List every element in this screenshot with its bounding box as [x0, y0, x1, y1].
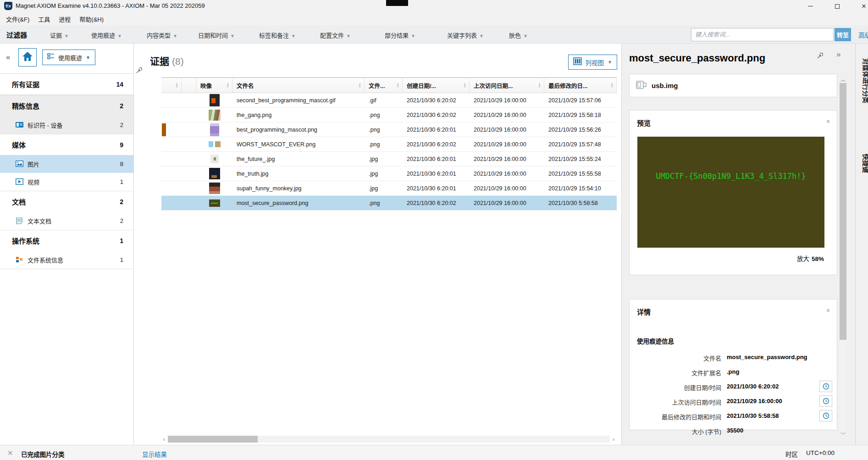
advanced-search-link[interactable]: 高级 [858, 30, 868, 39]
column-header-accessed[interactable]: 上次访问日期...⋮ [470, 78, 544, 93]
pin-icon[interactable] [136, 67, 143, 74]
horizontal-scrollbar[interactable]: ‹ › [161, 435, 616, 443]
sidebar-item-refined-results[interactable]: 精炼信息 2 [0, 95, 133, 116]
column-header-created[interactable]: 创建日期/...⋮ [403, 78, 470, 93]
file-thumbnail [209, 168, 220, 179]
source-card[interactable]: usb.img [629, 74, 837, 97]
scrollbar-thumb[interactable] [168, 436, 258, 443]
column-menu-icon[interactable]: ⋮ [395, 83, 400, 89]
side-tab-shortcuts[interactable]: 快捷键 [862, 154, 868, 173]
filter-partial-results[interactable]: 部分结果▼ [385, 31, 415, 39]
menu-file[interactable]: 文件(&F) [6, 13, 34, 25]
scroll-up-icon[interactable]: ︿ [839, 76, 847, 82]
overlay-fragment [386, 0, 408, 6]
column-header-marker[interactable] [182, 78, 196, 93]
filter-keyword-lists[interactable]: 关键字列表▼ [447, 31, 484, 39]
timezone-clock-button[interactable] [819, 410, 832, 421]
sidebar-item-media[interactable]: 媒体 9 [0, 134, 133, 155]
file-thumbnail [209, 141, 221, 147]
menu-help[interactable]: 帮助(&H) [79, 13, 109, 25]
column-menu-icon[interactable]: ⋮ [609, 83, 614, 89]
collapse-section-icon[interactable]: « [825, 120, 832, 123]
table-row[interactable]: the_truth.jpg .jpg 2021/10/30 6:20:01 20… [161, 166, 617, 181]
sidebar-item-documents[interactable]: 文档 2 [0, 191, 133, 212]
column-header-extension[interactable]: 文件...⋮ [365, 78, 403, 93]
preview-heading: 预览 [637, 118, 651, 127]
sidebar-item-operating-system[interactable]: 操作系统 1 [0, 230, 133, 251]
sidebar-item-identifiers-devices[interactable]: 标识符 - 设备 2 [0, 116, 133, 134]
sidebar-item-file-system-info[interactable]: 文件系统信息 1 [0, 251, 133, 269]
filter-tags-comments[interactable]: 标签和备注▼ [259, 31, 296, 39]
home-button[interactable] [18, 48, 37, 67]
column-header-filename[interactable]: 文件名⋮ [232, 78, 365, 93]
details-heading: 详情 [637, 307, 651, 316]
filter-skin-tone[interactable]: 肤色▼ [509, 31, 528, 39]
file-thumbnail [209, 110, 221, 121]
filter-date-time[interactable]: 日期和时间▼ [198, 31, 235, 39]
chevron-down-icon: ▼ [64, 33, 69, 39]
search-input[interactable] [691, 28, 834, 41]
count-badge: 2 [120, 198, 123, 205]
scroll-down-icon[interactable]: ﹀ [839, 432, 847, 438]
menu-process[interactable]: 进程 [59, 13, 76, 25]
column-view-button[interactable]: 列视图 ▼ [568, 55, 617, 70]
detail-field-modified: 最后修改的日期和时间 2021/10/30 5:58:58 [630, 412, 837, 422]
table-row[interactable]: the_gang.png .png 2021/10/30 6:20:02 202… [161, 108, 617, 122]
column-header-modified[interactable]: 最后修改的日...⋮ [544, 78, 617, 93]
details-card: 详情 « 使用痕迹信息 文件名 most_secure_password.png… [629, 299, 837, 430]
filter-content-type[interactable]: 内容类型▼ [147, 31, 177, 39]
artifact-sidebar: « 使用痕迹 ▼ 所有证据 1 [0, 44, 134, 445]
status-message: 已完成图片分类 [21, 449, 65, 459]
file-thumbnail [210, 123, 219, 136]
sidebar-item-pictures[interactable]: 图片 8 [0, 155, 133, 173]
close-button[interactable]: ✕ [854, 0, 868, 12]
table-row[interactable]: best_programming_mascot.png .png 2021/10… [161, 122, 617, 137]
column-header-image[interactable]: 映像⋮ [196, 78, 232, 93]
column-header-menu[interactable]: ⋮ [161, 78, 182, 93]
sidebar-item-text-documents[interactable]: 文本文档 2 [0, 212, 133, 230]
chevron-down-icon: ▼ [117, 33, 122, 39]
preview-card: 预览 « UMDCTF-{Sn00p1N9_L1K3_4_Sl317h!} 放大… [629, 110, 837, 275]
detail-field-created: 创建日期/时间 2021/10/30 6:20:02 [630, 383, 837, 393]
table-row[interactable]: second_best_programming_mascot.gif .gif … [161, 93, 617, 108]
table-row[interactable]: the_future_.jpg .jpg 2021/10/30 6:20:01 … [161, 152, 617, 166]
sidebar-item-all-evidence[interactable]: 所有证据 14 [0, 74, 133, 94]
scroll-right-icon[interactable]: › [611, 435, 616, 443]
preview-image[interactable]: UMDCTF-{Sn00p1N9_L1K3_4_Sl317h!} [637, 137, 824, 248]
column-menu-icon[interactable]: ⋮ [174, 83, 179, 89]
filter-profiles[interactable]: 配置文件▼ [320, 31, 351, 39]
vertical-scrollbar[interactable]: ︿ ﹀ [839, 76, 847, 438]
timezone-clock-button[interactable] [819, 381, 832, 392]
dismiss-status-icon[interactable]: ✕ [7, 449, 13, 457]
sidebar-collapse-icon[interactable]: « [6, 53, 10, 62]
chevron-down-icon: ▼ [291, 33, 296, 39]
view-switcher-dropdown[interactable]: 使用痕迹 ▼ [42, 50, 95, 65]
chevron-down-icon: ▼ [479, 33, 484, 39]
search-go-button[interactable]: 转至 [835, 28, 851, 41]
filter-bar-title: 过滤器 [6, 30, 27, 39]
expand-panel-icon[interactable]: » [836, 50, 840, 59]
filter-artifacts[interactable]: 使用痕迹▼ [91, 31, 122, 39]
chevron-down-icon: ▼ [173, 33, 177, 39]
scroll-left-icon[interactable]: ‹ [161, 435, 167, 443]
table-row[interactable]: WORST_MASCOT_EVER.png .png 2021/10/30 6:… [161, 137, 617, 152]
scrollbar-thumb[interactable] [840, 83, 846, 340]
maximize-button[interactable] [827, 0, 847, 12]
sidebar-item-videos[interactable]: 视频 1 [0, 173, 133, 191]
sidebar-toolbar: « 使用痕迹 ▼ [0, 44, 133, 74]
menu-tools[interactable]: 工具 [38, 13, 55, 25]
filter-evidence[interactable]: 证据▼ [50, 31, 69, 39]
minimize-button[interactable] [800, 0, 820, 12]
column-menu-icon[interactable]: ⋮ [357, 83, 362, 89]
column-menu-icon[interactable]: ⋮ [462, 83, 467, 89]
table-row-selected[interactable]: most_secure_password.png .png 2021/10/30… [161, 196, 617, 211]
timezone-clock-button[interactable] [819, 395, 832, 407]
count-badge: 2 [120, 217, 123, 224]
show-results-link[interactable]: 显示结果 [142, 449, 167, 459]
pin-icon[interactable] [817, 52, 824, 59]
table-row[interactable]: supah_funny_monkey.jpg .jpg 2021/10/30 6… [161, 181, 617, 196]
column-menu-icon[interactable]: ⋮ [537, 83, 542, 89]
side-tab-categorize-media[interactable]: 对媒体进行分类 [862, 58, 868, 103]
column-menu-icon[interactable]: ⋮ [225, 83, 230, 89]
collapse-section-icon[interactable]: « [825, 309, 832, 312]
